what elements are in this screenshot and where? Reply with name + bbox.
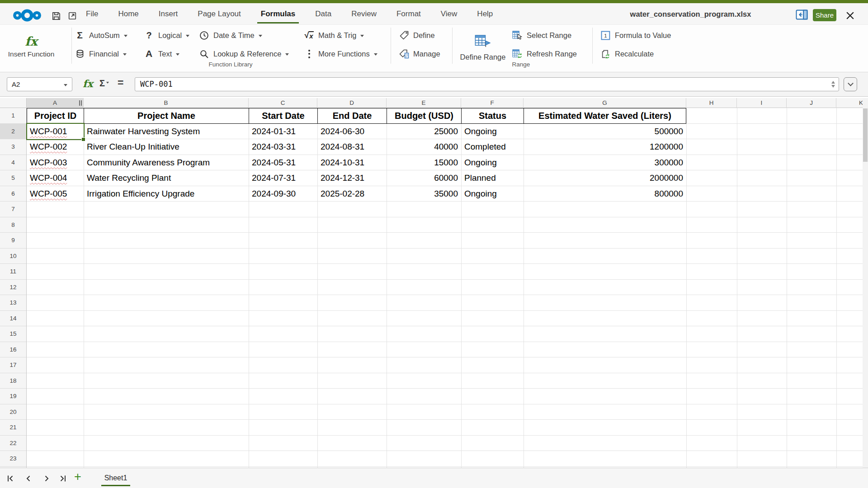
cell-B4[interactable]: Community Awareness Program	[84, 155, 248, 170]
row-header-15[interactable]: 15	[0, 326, 26, 342]
autosum-sigma-button[interactable]: Σ	[99, 78, 109, 89]
row-header-14[interactable]: 14	[0, 311, 26, 327]
column-header-H[interactable]: H	[686, 98, 737, 108]
cell-C3[interactable]: 2024-03-31	[249, 139, 317, 155]
name-box[interactable]: A2	[7, 77, 72, 91]
selection-fill-handle[interactable]	[81, 137, 85, 141]
lookup-reference-button[interactable]: Lookup & Reference	[199, 47, 289, 61]
cell-E3[interactable]: 40000	[387, 139, 461, 155]
header-cell-C1[interactable]: Start Date	[249, 108, 317, 124]
row-header-12[interactable]: 12	[0, 280, 26, 296]
cell-D5[interactable]: 2024-12-31	[318, 170, 386, 186]
column-resize-handle-icon[interactable]	[79, 100, 82, 106]
save-icon[interactable]	[51, 10, 61, 21]
cell-C6[interactable]: 2024-09-30	[249, 186, 317, 202]
cell-E2[interactable]: 25000	[387, 124, 461, 139]
row-header-10[interactable]: 10	[0, 249, 26, 264]
row-header-20[interactable]: 20	[0, 404, 26, 420]
row-header-7[interactable]: 7	[0, 202, 26, 217]
math-trig-button[interactable]: √x Math & Trig	[304, 28, 364, 42]
header-cell-G1[interactable]: Estimated Water Saved (Liters)	[524, 108, 686, 124]
autosum-button[interactable]: Σ AutoSum	[75, 28, 127, 42]
cell-G2[interactable]: 500000	[524, 124, 686, 139]
first-sheet-button[interactable]	[5, 474, 15, 483]
row-header-1[interactable]: 1	[0, 108, 26, 124]
cell-D6[interactable]: 2025-02-28	[318, 186, 386, 202]
sheet-tab-sheet1[interactable]: Sheet1	[99, 468, 133, 488]
manage-names-button[interactable]: Manage	[399, 47, 440, 61]
cell-F3[interactable]: Completed	[462, 139, 523, 155]
spreadsheet-grid[interactable]: ABCDEFGHIJK12345678910111213141516171819…	[0, 98, 863, 468]
collapse-sidebar-icon[interactable]	[796, 9, 808, 22]
formula-bar-spinner[interactable]	[831, 79, 835, 89]
column-header-G[interactable]: G	[524, 98, 686, 108]
cell-A4[interactable]: WCP-003	[27, 155, 83, 170]
cell-D2[interactable]: 2024-06-30	[318, 124, 386, 139]
menu-formulas[interactable]: Formulas	[251, 3, 306, 25]
cell-C2[interactable]: 2024-01-31	[249, 124, 317, 139]
cell-G6[interactable]: 800000	[524, 186, 686, 202]
recalculate-button[interactable]: Recalculate	[600, 47, 654, 61]
cell-E5[interactable]: 60000	[387, 170, 461, 186]
cell-B6[interactable]: Irrigation Efficiency Upgrade	[84, 186, 248, 202]
menu-home[interactable]: Home	[108, 3, 148, 25]
row-header-6[interactable]: 6	[0, 186, 26, 202]
row-header-9[interactable]: 9	[0, 233, 26, 249]
column-header-B[interactable]: B	[84, 98, 249, 108]
previous-sheet-button[interactable]	[24, 474, 33, 483]
financial-button[interactable]: Financial	[75, 47, 127, 61]
cell-A3[interactable]: WCP-002	[27, 139, 83, 155]
cell-A6[interactable]: WCP-005	[27, 186, 83, 202]
row-header-2[interactable]: 2	[0, 124, 26, 140]
row-header-16[interactable]: 16	[0, 342, 26, 358]
cell-E4[interactable]: 15000	[387, 155, 461, 170]
menu-file[interactable]: File	[76, 3, 108, 25]
cell-E6[interactable]: 35000	[387, 186, 461, 202]
row-header-11[interactable]: 11	[0, 264, 26, 280]
cell-F6[interactable]: Ongoing	[462, 186, 523, 202]
cell-A5[interactable]: WCP-004	[27, 170, 83, 186]
formula-input[interactable]: WCP-001	[135, 77, 839, 91]
row-header-5[interactable]: 5	[0, 170, 26, 186]
cell-F4[interactable]: Ongoing	[462, 155, 523, 170]
cell-D3[interactable]: 2024-08-31	[318, 139, 386, 155]
cell-B2[interactable]: Rainwater Harvesting System	[84, 124, 248, 139]
cell-C4[interactable]: 2024-05-31	[249, 155, 317, 170]
column-header-C[interactable]: C	[249, 98, 317, 108]
select-range-button[interactable]: Select Range	[512, 28, 571, 42]
column-header-J[interactable]: J	[787, 98, 836, 108]
menu-view[interactable]: View	[431, 3, 467, 25]
row-header-19[interactable]: 19	[0, 389, 26, 404]
column-header-I[interactable]: I	[737, 98, 787, 108]
row-header-8[interactable]: 8	[0, 217, 26, 233]
formula-to-value-button[interactable]: 1 Formula to Value	[600, 28, 671, 42]
row-header-21[interactable]: 21	[0, 420, 26, 436]
menu-help[interactable]: Help	[467, 3, 503, 25]
header-cell-F1[interactable]: Status	[461, 108, 524, 124]
vertical-scrollbar[interactable]	[863, 98, 868, 468]
cell-D4[interactable]: 2024-10-31	[318, 155, 386, 170]
insert-function-fx-icon[interactable]: fx	[83, 78, 93, 89]
row-header-17[interactable]: 17	[0, 357, 26, 373]
row-header-18[interactable]: 18	[0, 373, 26, 389]
next-sheet-button[interactable]	[42, 474, 52, 483]
add-sheet-button[interactable]: +	[74, 470, 81, 484]
equals-icon[interactable]: =	[118, 77, 123, 89]
expand-formula-bar-button[interactable]	[844, 77, 857, 91]
more-functions-button[interactable]: More Functions	[304, 47, 377, 61]
grid-corner-box[interactable]	[0, 98, 27, 108]
insert-function-button[interactable]: fx Insert Function	[5, 26, 58, 68]
menu-format[interactable]: Format	[387, 3, 431, 25]
column-header-E[interactable]: E	[387, 98, 461, 108]
cell-A2[interactable]: WCP-001	[27, 124, 83, 139]
date-time-button[interactable]: Date & Time	[199, 28, 262, 42]
menu-insert[interactable]: Insert	[149, 3, 188, 25]
menu-page-layout[interactable]: Page Layout	[188, 3, 250, 25]
row-header-3[interactable]: 3	[0, 139, 26, 155]
header-cell-E1[interactable]: Budget (USD)	[387, 108, 461, 124]
menu-data[interactable]: Data	[305, 3, 341, 25]
vertical-scrollbar-thumb[interactable]	[863, 108, 868, 162]
define-name-button[interactable]: Define	[399, 28, 435, 42]
column-header-K[interactable]: K	[836, 98, 863, 108]
refresh-range-button[interactable]: Refresh Range	[512, 47, 577, 61]
